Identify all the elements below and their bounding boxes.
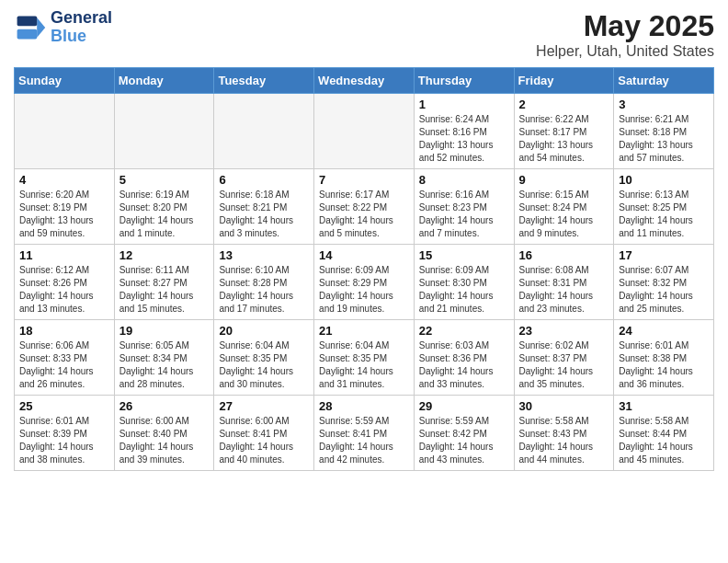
day-info: Sunrise: 6:11 AM Sunset: 8:27 PM Dayligh… xyxy=(119,264,210,316)
logo-line2: Blue xyxy=(51,27,86,45)
day-info: Sunrise: 6:08 AM Sunset: 8:31 PM Dayligh… xyxy=(519,264,609,316)
calendar-cell xyxy=(15,94,115,169)
calendar-cell: 4Sunrise: 6:20 AM Sunset: 8:19 PM Daylig… xyxy=(15,169,115,245)
day-info: Sunrise: 6:01 AM Sunset: 8:39 PM Dayligh… xyxy=(19,415,109,466)
page-subtitle: Helper, Utah, United States xyxy=(536,43,714,60)
calendar-header-row: SundayMondayTuesdayWednesdayThursdayFrid… xyxy=(15,68,714,94)
day-info: Sunrise: 6:12 AM Sunset: 8:26 PM Dayligh… xyxy=(19,264,109,316)
page-header: General Blue May 2025 Helper, Utah, Unit… xyxy=(14,9,714,60)
calendar-cell: 16Sunrise: 6:08 AM Sunset: 8:31 PM Dayli… xyxy=(514,245,614,320)
calendar-cell: 5Sunrise: 6:19 AM Sunset: 8:20 PM Daylig… xyxy=(114,169,214,245)
day-number: 29 xyxy=(419,399,509,413)
day-number: 27 xyxy=(219,399,309,413)
calendar-cell: 14Sunrise: 6:09 AM Sunset: 8:29 PM Dayli… xyxy=(314,245,415,320)
day-info: Sunrise: 5:58 AM Sunset: 8:43 PM Dayligh… xyxy=(519,415,609,466)
day-info: Sunrise: 6:15 AM Sunset: 8:24 PM Dayligh… xyxy=(519,189,609,240)
calendar-cell: 19Sunrise: 6:05 AM Sunset: 8:34 PM Dayli… xyxy=(114,320,214,396)
calendar-cell: 13Sunrise: 6:10 AM Sunset: 8:28 PM Dayli… xyxy=(214,245,314,320)
weekday-header-saturday: Saturday xyxy=(614,68,714,94)
day-info: Sunrise: 6:03 AM Sunset: 8:36 PM Dayligh… xyxy=(419,339,509,391)
calendar-cell xyxy=(214,94,314,169)
day-number: 30 xyxy=(519,399,609,413)
calendar-cell: 18Sunrise: 6:06 AM Sunset: 8:33 PM Dayli… xyxy=(15,320,115,396)
day-info: Sunrise: 6:19 AM Sunset: 8:20 PM Dayligh… xyxy=(119,189,210,240)
svg-rect-2 xyxy=(17,16,38,26)
day-info: Sunrise: 6:22 AM Sunset: 8:17 PM Dayligh… xyxy=(519,113,609,165)
calendar-cell: 23Sunrise: 6:02 AM Sunset: 8:37 PM Dayli… xyxy=(514,320,614,396)
calendar-cell xyxy=(314,94,415,169)
day-info: Sunrise: 6:17 AM Sunset: 8:22 PM Dayligh… xyxy=(319,189,409,240)
calendar-cell: 8Sunrise: 6:16 AM Sunset: 8:23 PM Daylig… xyxy=(414,169,514,245)
day-number: 28 xyxy=(319,399,409,413)
day-number: 22 xyxy=(419,324,509,338)
day-info: Sunrise: 5:59 AM Sunset: 8:42 PM Dayligh… xyxy=(419,415,509,466)
day-number: 18 xyxy=(19,324,109,338)
weekday-header-thursday: Thursday xyxy=(414,68,514,94)
day-info: Sunrise: 5:58 AM Sunset: 8:44 PM Dayligh… xyxy=(619,415,709,466)
day-info: Sunrise: 6:04 AM Sunset: 8:35 PM Dayligh… xyxy=(219,339,309,391)
day-number: 7 xyxy=(319,173,409,187)
day-number: 12 xyxy=(119,248,210,262)
day-info: Sunrise: 6:07 AM Sunset: 8:32 PM Dayligh… xyxy=(619,264,709,316)
calendar-week-2: 4Sunrise: 6:20 AM Sunset: 8:19 PM Daylig… xyxy=(15,169,714,245)
calendar-cell: 27Sunrise: 6:00 AM Sunset: 8:41 PM Dayli… xyxy=(214,396,314,471)
day-number: 6 xyxy=(219,173,309,187)
day-number: 8 xyxy=(419,173,509,187)
calendar-cell: 1Sunrise: 6:24 AM Sunset: 8:16 PM Daylig… xyxy=(414,94,514,169)
calendar-cell: 26Sunrise: 6:00 AM Sunset: 8:40 PM Dayli… xyxy=(114,396,214,471)
svg-rect-3 xyxy=(17,29,38,40)
calendar-cell: 15Sunrise: 6:09 AM Sunset: 8:30 PM Dayli… xyxy=(414,245,514,320)
day-number: 23 xyxy=(519,324,609,338)
day-number: 14 xyxy=(319,248,409,262)
logo-text: General Blue xyxy=(51,9,112,46)
calendar-cell: 21Sunrise: 6:04 AM Sunset: 8:35 PM Dayli… xyxy=(314,320,415,396)
calendar-week-1: 1Sunrise: 6:24 AM Sunset: 8:16 PM Daylig… xyxy=(15,94,714,169)
day-info: Sunrise: 6:01 AM Sunset: 8:38 PM Dayligh… xyxy=(619,339,709,391)
day-info: Sunrise: 6:21 AM Sunset: 8:18 PM Dayligh… xyxy=(619,113,709,165)
calendar-cell: 9Sunrise: 6:15 AM Sunset: 8:24 PM Daylig… xyxy=(514,169,614,245)
day-number: 20 xyxy=(219,324,309,338)
day-number: 1 xyxy=(419,98,509,111)
day-number: 17 xyxy=(619,248,709,262)
day-info: Sunrise: 6:09 AM Sunset: 8:29 PM Dayligh… xyxy=(319,264,409,316)
weekday-header-tuesday: Tuesday xyxy=(214,68,314,94)
calendar-cell: 17Sunrise: 6:07 AM Sunset: 8:32 PM Dayli… xyxy=(614,245,714,320)
day-info: Sunrise: 6:16 AM Sunset: 8:23 PM Dayligh… xyxy=(419,189,509,240)
calendar-cell: 11Sunrise: 6:12 AM Sunset: 8:26 PM Dayli… xyxy=(15,245,115,320)
weekday-header-sunday: Sunday xyxy=(15,68,115,94)
day-info: Sunrise: 6:20 AM Sunset: 8:19 PM Dayligh… xyxy=(19,189,109,240)
day-number: 26 xyxy=(119,399,210,413)
calendar-table: SundayMondayTuesdayWednesdayThursdayFrid… xyxy=(14,67,714,471)
calendar-cell: 3Sunrise: 6:21 AM Sunset: 8:18 PM Daylig… xyxy=(614,94,714,169)
weekday-header-wednesday: Wednesday xyxy=(314,68,415,94)
calendar-cell: 24Sunrise: 6:01 AM Sunset: 8:38 PM Dayli… xyxy=(614,320,714,396)
day-number: 31 xyxy=(619,399,709,413)
day-number: 11 xyxy=(19,248,109,262)
calendar-week-5: 25Sunrise: 6:01 AM Sunset: 8:39 PM Dayli… xyxy=(15,396,714,471)
day-info: Sunrise: 6:02 AM Sunset: 8:37 PM Dayligh… xyxy=(519,339,609,391)
calendar-cell: 22Sunrise: 6:03 AM Sunset: 8:36 PM Dayli… xyxy=(414,320,514,396)
day-number: 9 xyxy=(519,173,609,187)
day-info: Sunrise: 6:05 AM Sunset: 8:34 PM Dayligh… xyxy=(119,339,210,391)
page-title: May 2025 xyxy=(536,9,714,43)
calendar-cell: 25Sunrise: 6:01 AM Sunset: 8:39 PM Dayli… xyxy=(15,396,115,471)
calendar-cell: 20Sunrise: 6:04 AM Sunset: 8:35 PM Dayli… xyxy=(214,320,314,396)
day-info: Sunrise: 6:13 AM Sunset: 8:25 PM Dayligh… xyxy=(619,189,709,240)
weekday-header-monday: Monday xyxy=(114,68,214,94)
day-number: 15 xyxy=(419,248,509,262)
day-info: Sunrise: 6:04 AM Sunset: 8:35 PM Dayligh… xyxy=(319,339,409,391)
day-number: 2 xyxy=(519,98,609,111)
day-number: 13 xyxy=(219,248,309,262)
day-info: Sunrise: 6:18 AM Sunset: 8:21 PM Dayligh… xyxy=(219,189,309,240)
day-number: 5 xyxy=(119,173,210,187)
calendar-cell: 7Sunrise: 6:17 AM Sunset: 8:22 PM Daylig… xyxy=(314,169,415,245)
calendar-cell: 2Sunrise: 6:22 AM Sunset: 8:17 PM Daylig… xyxy=(514,94,614,169)
logo-icon xyxy=(14,11,47,44)
day-info: Sunrise: 6:00 AM Sunset: 8:40 PM Dayligh… xyxy=(119,415,210,466)
day-info: Sunrise: 6:00 AM Sunset: 8:41 PM Dayligh… xyxy=(219,415,309,466)
day-number: 3 xyxy=(619,98,709,111)
day-number: 4 xyxy=(19,173,109,187)
day-info: Sunrise: 6:06 AM Sunset: 8:33 PM Dayligh… xyxy=(19,339,109,391)
day-info: Sunrise: 6:09 AM Sunset: 8:30 PM Dayligh… xyxy=(419,264,509,316)
day-info: Sunrise: 5:59 AM Sunset: 8:41 PM Dayligh… xyxy=(319,415,409,466)
